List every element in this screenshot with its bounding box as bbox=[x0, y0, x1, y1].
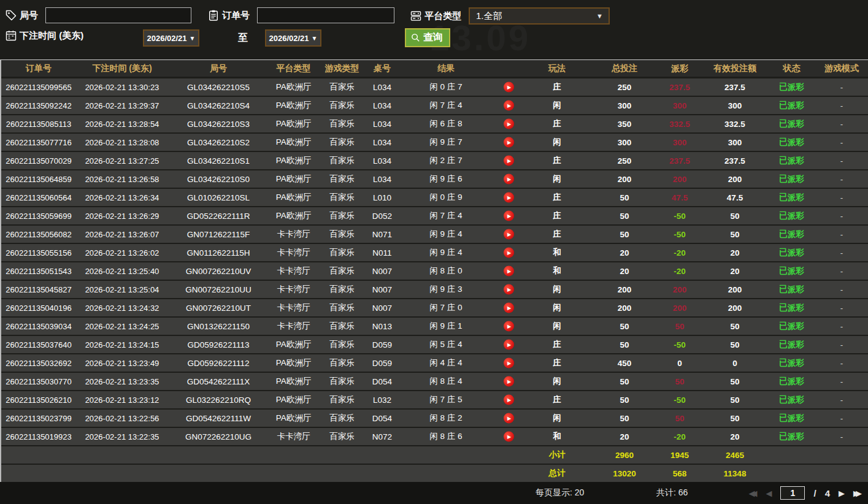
bet-option-cell: 和 bbox=[524, 265, 590, 277]
table-row: 260221135055156 2026-02-21 13:26:02 GN01… bbox=[1, 244, 868, 261]
table-row: 260221135056082 2026-02-21 13:26:07 GN07… bbox=[1, 226, 868, 243]
round-id-cell: GN007262210UV bbox=[168, 267, 269, 276]
play-video-button[interactable]: ▶ bbox=[504, 284, 514, 295]
date-from-picker[interactable]: 2026/02/21 ▼ bbox=[143, 29, 199, 47]
first-page-button[interactable]: ◀◀ bbox=[748, 489, 757, 498]
play-video-button[interactable]: ▶ bbox=[504, 413, 514, 424]
play-video-button[interactable]: ▶ bbox=[504, 156, 514, 166]
bet-time-cell: 2026-02-21 13:26:29 bbox=[76, 212, 168, 221]
subtotal-total-bet: 2960 bbox=[590, 451, 659, 460]
play-video-button[interactable]: ▶ bbox=[504, 248, 514, 258]
result-cell: 闲 4 庄 4 ▶ bbox=[399, 357, 524, 368]
result-cell: 闲 9 庄 1 ▶ bbox=[399, 321, 524, 332]
total-bet-cell: 20 bbox=[590, 432, 659, 441]
valid-bet-cell: 50 bbox=[701, 322, 769, 331]
play-video-button[interactable]: ▶ bbox=[504, 211, 514, 221]
table-row: 260221135070029 2026-02-21 13:27:25 GL03… bbox=[1, 152, 868, 169]
play-video-button[interactable]: ▶ bbox=[504, 174, 514, 185]
platform-select[interactable]: 1.全部 ▼ bbox=[469, 7, 610, 25]
col-valid-bet: 有效投注额 bbox=[701, 63, 769, 74]
prev-page-button[interactable]: ◀ bbox=[766, 489, 772, 498]
platform-cell: PA欧洲厅 bbox=[269, 192, 318, 203]
col-platform: 平台类型 bbox=[269, 63, 318, 74]
bet-option-cell: 庄 bbox=[524, 82, 590, 93]
result-cell: 闲 8 庄 2 ▶ bbox=[399, 413, 524, 424]
bet-option-cell: 庄 bbox=[524, 192, 590, 203]
bet-time-cell: 2026-02-21 13:24:32 bbox=[76, 304, 168, 313]
game-mode-cell: - bbox=[814, 304, 868, 313]
pager: ◀◀ ◀ / 4 ▶ ▶▶ bbox=[748, 482, 862, 504]
valid-bet-cell: 237.5 bbox=[701, 83, 769, 92]
platform-cell: 卡卡湾厅 bbox=[269, 247, 318, 258]
total-bet-cell: 200 bbox=[590, 285, 659, 294]
valid-bet-cell: 50 bbox=[701, 212, 769, 221]
table-no-cell: D054 bbox=[366, 377, 399, 386]
total-bet-cell: 250 bbox=[590, 83, 659, 92]
play-video-button[interactable]: ▶ bbox=[504, 193, 514, 203]
date-to-picker[interactable]: 2026/02/21 ▼ bbox=[265, 29, 321, 47]
play-video-button[interactable]: ▶ bbox=[504, 321, 514, 332]
order-filter: 订单号 bbox=[207, 7, 394, 23]
play-video-button[interactable]: ▶ bbox=[504, 137, 514, 148]
table-no-cell: D052 bbox=[366, 212, 399, 221]
search-icon bbox=[410, 32, 421, 43]
order-id-cell: 260221135019923 bbox=[1, 432, 76, 441]
next-page-button[interactable]: ▶ bbox=[839, 489, 845, 498]
play-icon: ▶ bbox=[507, 213, 511, 218]
total-bet-cell: 50 bbox=[590, 193, 659, 202]
result-cell: 闲 9 庄 6 ▶ bbox=[399, 174, 524, 185]
game-type-cell: 百家乐 bbox=[318, 321, 366, 332]
game-type-cell: 百家乐 bbox=[318, 339, 366, 350]
play-video-button[interactable]: ▶ bbox=[504, 82, 514, 93]
valid-bet-cell: 300 bbox=[701, 101, 769, 110]
total-bet-cell: 300 bbox=[590, 101, 659, 110]
result-cell: 闲 9 庄 3 ▶ bbox=[399, 284, 524, 295]
play-video-button[interactable]: ▶ bbox=[504, 119, 514, 129]
query-button[interactable]: 查询 bbox=[405, 28, 450, 47]
table-no-cell: N072 bbox=[366, 432, 399, 441]
game-type-cell: 百家乐 bbox=[318, 284, 366, 295]
play-video-button[interactable]: ▶ bbox=[504, 376, 514, 387]
order-input[interactable] bbox=[257, 7, 394, 23]
per-page-value: 20 bbox=[575, 487, 585, 497]
valid-bet-cell: 200 bbox=[701, 175, 769, 184]
payout-cell: 300 bbox=[659, 138, 701, 147]
order-id-cell: 260221135099565 bbox=[1, 83, 76, 92]
play-video-button[interactable]: ▶ bbox=[504, 395, 514, 405]
play-icon: ▶ bbox=[507, 250, 511, 255]
play-video-button[interactable]: ▶ bbox=[504, 303, 514, 313]
play-video-button[interactable]: ▶ bbox=[504, 101, 514, 111]
round-id-cell: GN0712622115F bbox=[168, 230, 269, 239]
valid-bet-cell: 50 bbox=[701, 230, 769, 239]
grand-total-valid-bet: 11348 bbox=[701, 469, 769, 478]
per-page-info: 每页显示: 20 bbox=[536, 487, 584, 498]
play-video-button[interactable]: ▶ bbox=[504, 432, 514, 442]
status-badge: 已派彩 bbox=[769, 118, 814, 129]
table-no-cell: D054 bbox=[366, 414, 399, 423]
game-type-cell: 百家乐 bbox=[318, 431, 366, 442]
page-number-input[interactable] bbox=[780, 486, 805, 500]
status-badge: 已派彩 bbox=[769, 339, 814, 350]
last-page-button[interactable]: ▶▶ bbox=[853, 489, 862, 498]
game-mode-cell: - bbox=[814, 212, 868, 221]
game-mode-cell: - bbox=[814, 395, 868, 405]
play-video-button[interactable]: ▶ bbox=[504, 340, 514, 350]
platform-cell: PA欧洲厅 bbox=[269, 357, 318, 368]
result-text: 闲 7 庄 5 bbox=[429, 395, 462, 404]
payout-cell: -20 bbox=[659, 248, 701, 258]
play-video-button[interactable]: ▶ bbox=[504, 266, 514, 277]
table-body: 260221135099565 2026-02-21 13:30:23 GL03… bbox=[1, 78, 868, 445]
play-icon: ▶ bbox=[507, 287, 511, 292]
round-id-cell: GL034262210S2 bbox=[168, 138, 269, 147]
play-icon: ▶ bbox=[507, 305, 511, 310]
valid-bet-cell: 20 bbox=[701, 267, 769, 276]
round-input[interactable] bbox=[45, 7, 191, 23]
grand-total-row: 总计 13020 568 11348 bbox=[1, 465, 868, 482]
result-cell: 闲 0 庄 7 ▶ bbox=[399, 82, 524, 93]
page-separator: / bbox=[813, 488, 816, 498]
col-order: 订单号 bbox=[1, 63, 76, 74]
game-mode-cell: - bbox=[814, 359, 868, 368]
play-video-button[interactable]: ▶ bbox=[504, 229, 514, 240]
subtotal-valid-bet: 2465 bbox=[701, 451, 769, 460]
play-video-button[interactable]: ▶ bbox=[504, 358, 514, 368]
